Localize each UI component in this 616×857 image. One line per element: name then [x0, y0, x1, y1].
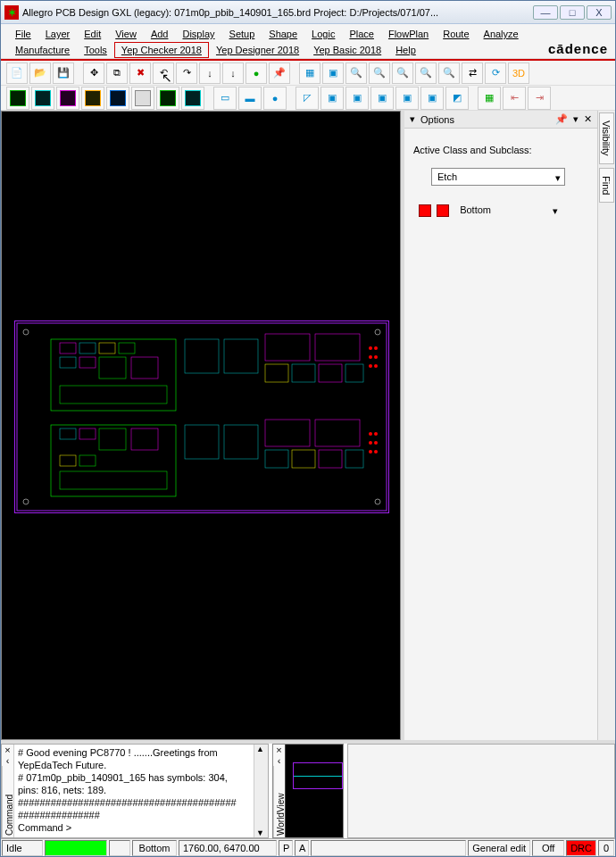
svg-rect-3: [185, 339, 219, 373]
class-select[interactable]: Etch: [431, 168, 565, 186]
cline-b-button[interactable]: ▬: [238, 87, 262, 110]
layer-green2-button[interactable]: [156, 87, 179, 110]
status-p[interactable]: P: [279, 840, 293, 856]
tab-visibility[interactable]: Visibility: [599, 112, 614, 164]
svg-rect-29: [99, 428, 126, 450]
console-scrollbar[interactable]: [254, 745, 268, 837]
menu-setup[interactable]: Setup: [222, 26, 262, 42]
minimize-button[interactable]: —: [533, 5, 558, 20]
console-close-icon[interactable]: ×: [2, 745, 13, 755]
layer-cyan2-button[interactable]: [181, 87, 204, 110]
pin-icon[interactable]: 📌: [555, 113, 568, 125]
cline-a-button[interactable]: ▭: [213, 87, 237, 110]
console-line: # 071m0p_pbib_140901_165 has symbols: 30…: [18, 771, 250, 796]
move-icon[interactable]: ✥: [83, 62, 104, 84]
status-drc[interactable]: DRC: [566, 840, 596, 856]
menu-view[interactable]: View: [108, 26, 144, 42]
wv-close-icon[interactable]: ×: [273, 745, 285, 755]
zoomfit-icon[interactable]: 🔍: [345, 62, 367, 84]
menu-help[interactable]: Help: [388, 42, 423, 58]
svg-point-47: [23, 329, 29, 335]
subclass-select[interactable]: Bottom: [454, 202, 562, 220]
status-a[interactable]: A: [295, 840, 309, 856]
undo-icon[interactable]: ↶: [153, 62, 174, 84]
zoom-icon[interactable]: 🔍: [438, 62, 460, 84]
rect-e-button[interactable]: ▣: [420, 87, 444, 110]
layer-gray-button[interactable]: [131, 87, 154, 110]
menu-edit[interactable]: Edit: [77, 26, 108, 42]
worldview-canvas[interactable]: [286, 745, 343, 837]
color-swatch-inner[interactable]: [437, 204, 449, 217]
color-swatch-outer[interactable]: [419, 204, 431, 217]
status-off: Off: [532, 840, 564, 856]
redo-icon[interactable]: ↷: [176, 62, 197, 84]
save-icon[interactable]: 💾: [53, 62, 74, 84]
console-text[interactable]: # Good evening PC8770 ! .......Greetings…: [14, 745, 254, 837]
swap-icon[interactable]: ⇄: [462, 62, 483, 84]
chevron-down-icon[interactable]: ▾: [410, 113, 420, 125]
rect-a-button[interactable]: ▣: [320, 87, 344, 110]
svg-rect-6: [224, 425, 258, 459]
hsize-button[interactable]: ⇤: [503, 87, 526, 110]
menu-file[interactable]: File: [8, 26, 38, 42]
rect-c-button[interactable]: ▣: [370, 87, 394, 110]
pin-icon[interactable]: 📌: [269, 62, 290, 84]
layer-cyan1-button[interactable]: [31, 87, 54, 110]
close-button[interactable]: X: [587, 5, 612, 20]
menu-yep-basic[interactable]: Yep Basic 2018: [306, 42, 388, 58]
new-icon[interactable]: 📄: [6, 62, 28, 84]
layer-green1-button[interactable]: [6, 87, 29, 110]
3d-icon[interactable]: 3D: [508, 62, 529, 84]
circle-icon[interactable]: ●: [246, 62, 267, 84]
grid2-icon[interactable]: ▣: [322, 62, 344, 84]
select-button[interactable]: ◸: [296, 87, 319, 110]
layer-magenta-button[interactable]: [56, 87, 79, 110]
menubar: File Layer Edit View Add Display Setup S…: [1, 24, 615, 59]
tab-find[interactable]: Find: [599, 168, 614, 203]
menu-display[interactable]: Display: [175, 26, 221, 42]
delete-icon[interactable]: ✖: [129, 62, 151, 84]
down2-icon[interactable]: ↓: [222, 62, 244, 84]
pcb-outline: [14, 320, 389, 513]
menu-flowplan[interactable]: FlowPlan: [381, 26, 436, 42]
status-coords: 1760.00, 6470.00: [179, 840, 277, 856]
open-icon[interactable]: 📂: [29, 62, 51, 84]
copy-icon[interactable]: ⧉: [106, 62, 128, 84]
svg-point-45: [369, 450, 372, 453]
poly-button[interactable]: ◩: [445, 87, 469, 110]
maximize-button[interactable]: □: [560, 5, 585, 20]
wv-left-icon[interactable]: ‹: [273, 755, 285, 766]
zoomwin-icon[interactable]: 🔍: [392, 62, 413, 84]
zoomin-icon[interactable]: 🔍: [369, 62, 390, 84]
shadow-button[interactable]: ▦: [478, 87, 501, 110]
menu-manufacture[interactable]: Manufacture: [8, 42, 77, 58]
menu-route[interactable]: Route: [436, 26, 476, 42]
svg-point-37: [369, 355, 372, 359]
down1-icon[interactable]: ↓: [199, 62, 221, 84]
halign-button[interactable]: ⇥: [528, 87, 551, 110]
dropdown-icon[interactable]: ▾: [573, 113, 579, 125]
grid1-icon[interactable]: ▦: [299, 62, 320, 84]
layer-blue-button[interactable]: [106, 87, 129, 110]
menu-yep-checker[interactable]: Yep Checker 2018: [114, 42, 209, 58]
close-panel-icon[interactable]: ✕: [584, 113, 592, 125]
rect-b-button[interactable]: ▣: [345, 87, 369, 110]
menu-add[interactable]: Add: [144, 26, 176, 42]
menu-analyze[interactable]: Analyze: [477, 26, 526, 42]
zoomout-icon[interactable]: 🔍: [415, 62, 437, 84]
layer-orange-button[interactable]: [81, 87, 104, 110]
menu-layer[interactable]: Layer: [38, 26, 78, 42]
menu-place[interactable]: Place: [342, 26, 381, 42]
svg-rect-27: [60, 428, 76, 439]
shape-a-button[interactable]: ●: [263, 87, 287, 110]
redraw-icon[interactable]: ⟳: [485, 62, 506, 84]
menu-shape[interactable]: Shape: [262, 26, 304, 42]
svg-rect-26: [131, 357, 158, 379]
design-canvas[interactable]: [1, 111, 401, 740]
menu-yep-designer[interactable]: Yep Designer 2018: [209, 42, 306, 58]
console-left-icon[interactable]: ‹: [2, 755, 13, 766]
svg-point-43: [369, 441, 372, 445]
menu-tools[interactable]: Tools: [77, 42, 114, 58]
rect-d-button[interactable]: ▣: [395, 87, 419, 110]
menu-logic[interactable]: Logic: [304, 26, 342, 42]
